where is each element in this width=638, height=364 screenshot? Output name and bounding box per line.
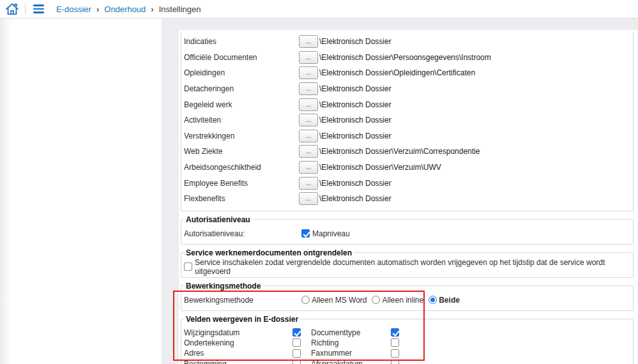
doc-row-label: Arbeidsongeschiktheid — [184, 163, 299, 172]
doc-row-path: \Elektronisch Dossier — [319, 179, 391, 188]
browse-button[interactable]: ... — [299, 66, 318, 79]
doc-row-path: \Elektronisch Dossier — [319, 132, 391, 140]
browse-button[interactable]: ... — [299, 145, 318, 158]
veld-label: Ondertekening — [184, 338, 292, 347]
mapniveau-checkbox[interactable] — [301, 229, 310, 238]
doc-row-label: Web Ziekte — [184, 147, 299, 156]
doc-row: Opleidingen ... \Elektronisch Dossier\Op… — [184, 65, 633, 81]
doc-row: Detacheringen ... \Elektronisch Dossier — [184, 81, 633, 97]
fieldset-legend: Service werknemerdocumenten ontgrendelen — [185, 248, 354, 257]
doc-row-label: Verstrekkingen — [184, 132, 299, 140]
doc-row: Activiteiten ... \Elektronisch Dossier — [184, 112, 633, 128]
faxnummer-checkbox[interactable] — [391, 349, 399, 358]
doc-row-label: Begeleid werk — [184, 100, 299, 109]
fieldset-legend: Velden weergeven in E-dossier — [185, 315, 301, 324]
doc-row-path: \Elektronisch Dossier — [319, 84, 391, 93]
doc-row-path: \Elektronisch Dossier\Verzuim\UWV — [319, 163, 441, 172]
breadcrumb-e-dossier[interactable]: E-dossier — [56, 4, 91, 14]
doc-row-path: \Elektronisch Dossier — [319, 100, 391, 109]
doc-row-label: Employee Benefits — [184, 179, 299, 188]
browse-button[interactable]: ... — [299, 51, 318, 64]
radio-label: Alleen MS Word — [312, 296, 367, 305]
veld-label: Faxnummer — [311, 349, 391, 358]
doc-row: Indicaties ... \Elektronisch Dossier — [184, 34, 633, 50]
browse-button[interactable]: ... — [299, 161, 318, 174]
documenttype-checkbox[interactable] — [391, 328, 399, 337]
doc-row-path: \Elektronisch Dossier — [319, 37, 391, 46]
veld-label: Bestemming — [184, 360, 292, 364]
settings-panel: Indicaties ... \Elektronisch Dossier Off… — [179, 30, 638, 364]
topbar-divider — [25, 3, 26, 15]
bewerkingsmethode-radio-group: Alleen MS Word Alleen inline Beide — [301, 296, 460, 305]
doc-row-label: Flexbenefits — [184, 194, 299, 203]
veld-label: Wijzigingsdatum — [184, 328, 292, 337]
radio-alleen-inline[interactable] — [372, 296, 380, 304]
browse-button[interactable]: ... — [299, 98, 318, 111]
doc-row-label: Indicaties — [184, 37, 299, 46]
home-button[interactable] — [3, 1, 21, 17]
ondertekening-checkbox[interactable] — [292, 338, 301, 347]
doc-row-path: \Elektronisch Dossier — [319, 116, 391, 125]
service-inschakelen-label: Service inschakelen zodat vergrendelde d… — [195, 258, 633, 276]
autorisatieniveau-label: Autorisatieniveau: — [184, 229, 301, 238]
main-background: Indicaties ... \Elektronisch Dossier Off… — [162, 19, 638, 364]
radio-label: Alleen inline — [382, 296, 423, 305]
velden-row: Adres Faxnummer — [184, 348, 633, 358]
browse-button[interactable]: ... — [299, 130, 318, 142]
veld-label: Richting — [311, 338, 391, 347]
doc-row: Verstrekkingen ... \Elektronisch Dossier — [184, 128, 633, 144]
browse-button[interactable]: ... — [299, 82, 318, 95]
left-sidebar — [0, 19, 162, 364]
veld-label: Afspraakdatum — [311, 360, 391, 364]
doc-row: Begeleid werk ... \Elektronisch Dossier — [184, 96, 633, 112]
doc-row: Web Ziekte ... \Elektronisch Dossier\Ver… — [184, 144, 633, 160]
breadcrumb: E-dossier › Onderhoud › Instellingen — [56, 4, 201, 14]
veld-label: Adres — [184, 349, 292, 358]
fieldset-velden-weergeven: Velden weergeven in E-dossier Wijzigings… — [181, 315, 634, 364]
richting-checkbox[interactable] — [391, 338, 399, 347]
doc-row-path: \Elektronisch Dossier\Verzuim\Correspond… — [319, 147, 480, 156]
doc-row-path: \Elektronisch Dossier\Persoonsgegevens\I… — [319, 53, 491, 62]
doc-row-label: Detacheringen — [184, 84, 299, 93]
doc-row: Officiële Documenten ... \Elektronisch D… — [184, 50, 633, 66]
breadcrumb-onderhoud[interactable]: Onderhoud — [104, 4, 146, 14]
doc-row-label: Officiële Documenten — [184, 53, 299, 62]
bewerkingsmethode-label: Bewerkingsmethode — [184, 296, 301, 305]
doc-row: Arbeidsongeschiktheid ... \Elektronisch … — [184, 160, 633, 176]
mapniveau-checkbox-label: Mapniveau — [312, 229, 350, 238]
doc-row-label: Activiteiten — [184, 116, 299, 125]
autorisatieniveau-row: Autorisatieniveau: Mapniveau — [184, 227, 633, 240]
velden-row: Ondertekening Richting — [184, 338, 633, 348]
veld-label: Documenttype — [311, 328, 391, 337]
browse-button[interactable]: ... — [299, 35, 318, 48]
fieldset-legend: Bewerkingsmethode — [185, 282, 263, 291]
velden-row: Bestemming Afspraakdatum — [184, 358, 633, 364]
velden-row: Wijzigingsdatum Documenttype — [184, 328, 633, 338]
bestemming-checkbox[interactable] — [292, 360, 301, 364]
fieldset-autorisatieniveau: Autorisatieniveau Autorisatieniveau: Map… — [181, 215, 634, 245]
radio-label: Beide — [439, 296, 460, 305]
fieldset-legend: Autorisatieniveau — [185, 215, 253, 224]
breadcrumb-separator: › — [96, 4, 99, 14]
doc-row: Flexbenefits ... \Elektronisch Dossier — [184, 191, 633, 207]
wijzigingsdatum-checkbox[interactable] — [292, 328, 301, 337]
afspraakdatum-checkbox[interactable] — [391, 360, 399, 364]
doc-row: Employee Benefits ... \Elektronisch Doss… — [184, 175, 633, 191]
radio-alleen-ms-word[interactable] — [301, 296, 310, 304]
service-inschakelen-checkbox[interactable] — [184, 262, 192, 271]
browse-button[interactable]: ... — [299, 192, 318, 205]
menu-button[interactable] — [29, 1, 47, 17]
top-navbar: E-dossier › Onderhoud › Instellingen — [0, 0, 638, 19]
service-row: Service inschakelen zodat vergrendelde d… — [184, 261, 633, 273]
fieldset-service-ontgrendelen: Service werknemerdocumenten ontgrendelen… — [181, 248, 634, 278]
browse-button[interactable]: ... — [299, 177, 318, 190]
app-window: E-dossier › Onderhoud › Instellingen Ind… — [0, 0, 638, 364]
browse-button[interactable]: ... — [299, 114, 318, 126]
radio-beide[interactable] — [429, 296, 437, 304]
fieldset-bewerkingsmethode: Bewerkingsmethode Bewerkingsmethode Alle… — [181, 282, 634, 311]
adres-checkbox[interactable] — [292, 349, 301, 358]
breadcrumb-separator: › — [151, 4, 153, 14]
hamburger-icon — [33, 4, 44, 13]
doc-row-label: Opleidingen — [184, 68, 299, 77]
breadcrumb-current-instellingen: Instellingen — [159, 4, 201, 14]
